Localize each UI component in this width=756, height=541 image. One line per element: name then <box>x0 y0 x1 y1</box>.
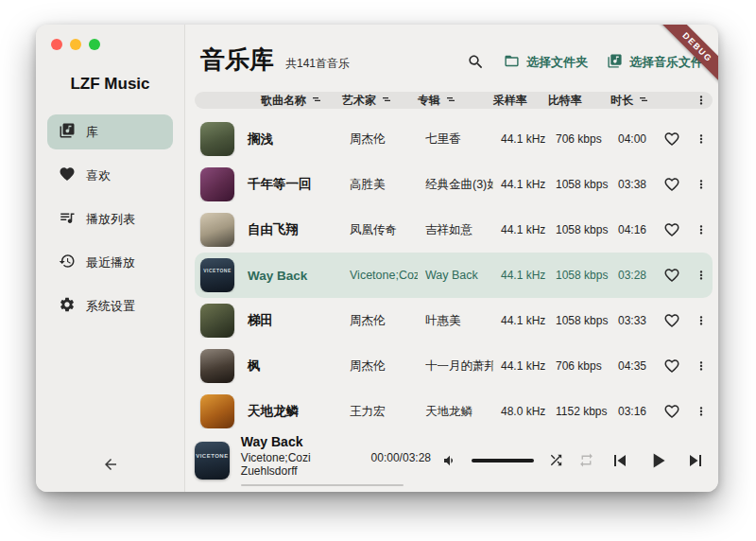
volume-slider[interactable] <box>472 459 534 462</box>
zoom-window-button[interactable] <box>89 39 100 50</box>
column-bitrate[interactable]: 比特率 <box>548 93 610 109</box>
row-more-button[interactable] <box>690 269 713 282</box>
song-bitrate: 706 kbps <box>548 359 610 373</box>
sidebar-item-favorites[interactable]: 喜欢 <box>47 158 173 193</box>
sort-icon <box>445 94 456 108</box>
player-time: 00:00/03:28 <box>371 451 431 478</box>
column-sample-rate[interactable]: 采样率 <box>493 93 548 109</box>
previous-track-button[interactable] <box>609 449 631 472</box>
song-duration: 03:28 <box>610 269 654 282</box>
album-art <box>200 213 234 247</box>
choose-music-label: 选择音乐文件 <box>629 54 703 71</box>
song-bitrate: 1058 kbps <box>548 223 610 236</box>
page-title: 音乐库 <box>200 44 274 77</box>
song-bitrate: 706 kbps <box>548 132 610 146</box>
shuffle-button[interactable] <box>548 452 564 468</box>
table-row[interactable]: 枫 周杰伦 十一月的萧邦 44.1 kHz 706 kbps 04:35 <box>195 343 713 389</box>
sidebar-item-playlists[interactable]: 播放列表 <box>47 201 173 236</box>
song-album: 天地龙鳞 <box>418 404 493 420</box>
sidebar-nav: 库 喜欢 播放列表 最近播放 <box>36 114 184 323</box>
album-art <box>200 394 234 428</box>
player-album-art: VICETONE <box>195 442 230 480</box>
song-bitrate: 1152 kbps <box>548 405 610 418</box>
row-more-button[interactable] <box>690 359 713 373</box>
close-window-button[interactable] <box>51 39 62 50</box>
choose-music-files-button[interactable]: 选择音乐文件 <box>607 53 703 72</box>
sidebar-item-label: 最近播放 <box>86 254 135 271</box>
album-art <box>200 122 234 156</box>
history-icon <box>59 253 76 272</box>
library-icon <box>59 122 76 142</box>
favorite-button[interactable] <box>654 221 690 238</box>
song-album: 七里香 <box>418 131 493 148</box>
player-artist: Vicetone;Cozi Zuehlsdorff <box>241 451 354 478</box>
row-more-button[interactable] <box>690 178 713 191</box>
sidebar-item-settings[interactable]: 系统设置 <box>47 288 173 323</box>
play-button[interactable] <box>645 448 670 473</box>
volume-icon[interactable] <box>442 453 457 468</box>
song-artist: 王力宏 <box>342 404 418 420</box>
song-sample-rate: 44.1 kHz <box>493 314 548 327</box>
settings-icon <box>59 296 76 316</box>
song-list: 搁浅 周杰伦 七里香 44.1 kHz 706 kbps 04:00 千年等一回… <box>185 109 718 434</box>
album-art: VICETONE <box>200 258 234 292</box>
next-track-button[interactable] <box>684 449 707 472</box>
app-window: LZF Music 库 喜欢 播放列表 <box>36 25 718 492</box>
song-count: 共141首音乐 <box>285 56 350 72</box>
song-duration: 03:16 <box>610 405 654 418</box>
search-button[interactable] <box>467 53 485 71</box>
row-more-button[interactable] <box>690 314 713 327</box>
sidebar-item-recent[interactable]: 最近播放 <box>47 245 173 280</box>
repeat-button[interactable] <box>578 452 594 468</box>
favorite-button[interactable] <box>654 131 690 148</box>
table-row-selected[interactable]: VICETONE Way Back Vicetone;Cozi Zu... Wa… <box>195 253 713 298</box>
heart-icon <box>59 166 76 185</box>
album-art <box>200 349 234 383</box>
table-options-button[interactable] <box>690 94 713 107</box>
song-duration: 03:33 <box>610 314 654 327</box>
song-title: 天地龙鳞 <box>240 403 342 420</box>
table-row[interactable]: 梯田 周杰伦 叶惠美 44.1 kHz 1058 kbps 03:33 <box>195 298 713 343</box>
column-album[interactable]: 专辑 <box>418 93 493 109</box>
favorite-button[interactable] <box>654 312 690 329</box>
song-bitrate: 1058 kbps <box>548 178 610 191</box>
player-bar: VICETONE Way Back Vicetone;Cozi Zuehlsdo… <box>185 434 718 492</box>
back-arrow-icon <box>102 456 119 477</box>
song-title: 梯田 <box>240 312 342 329</box>
favorite-button[interactable] <box>654 176 690 193</box>
song-album: 吉祥如意 <box>418 222 493 238</box>
song-bitrate: 1058 kbps <box>548 314 610 327</box>
favorite-button[interactable] <box>654 267 690 284</box>
sidebar-item-label: 库 <box>86 124 98 141</box>
song-album: 十一月的萧邦 <box>418 358 493 375</box>
song-artist: 高胜美 <box>342 177 418 193</box>
song-title: 千年等一回 <box>240 176 342 193</box>
row-more-button[interactable] <box>690 132 713 146</box>
favorite-button[interactable] <box>654 358 690 375</box>
song-sample-rate: 44.1 kHz <box>493 223 548 236</box>
minimize-window-button[interactable] <box>70 39 81 50</box>
sidebar: LZF Music 库 喜欢 播放列表 <box>36 25 185 492</box>
sidebar-item-library[interactable]: 库 <box>47 114 173 149</box>
song-artist: 凤凰传奇 <box>342 222 418 238</box>
choose-folder-label: 选择文件夹 <box>526 54 588 71</box>
favorite-button[interactable] <box>654 403 690 420</box>
column-title[interactable]: 歌曲名称 <box>195 93 342 109</box>
row-more-button[interactable] <box>690 405 713 418</box>
row-more-button[interactable] <box>690 223 713 236</box>
column-artist[interactable]: 艺术家 <box>342 93 418 109</box>
choose-folder-button[interactable]: 选择文件夹 <box>504 53 588 72</box>
collapse-sidebar-button[interactable] <box>36 456 184 477</box>
progress-bar[interactable] <box>241 484 404 486</box>
song-duration: 04:35 <box>610 359 654 373</box>
table-row[interactable]: 自由飞翔 凤凰传奇 吉祥如意 44.1 kHz 1058 kbps 04:16 <box>195 207 713 253</box>
table-row[interactable]: 搁浅 周杰伦 七里香 44.1 kHz 706 kbps 04:00 <box>195 116 713 162</box>
song-title: 枫 <box>240 358 342 375</box>
song-album: Way Back <box>418 269 493 282</box>
sidebar-item-label: 喜欢 <box>86 167 111 184</box>
table-row[interactable]: 千年等一回 高胜美 经典金曲(3)如果... 44.1 kHz 1058 kbp… <box>195 162 713 207</box>
column-duration[interactable]: 时长 <box>610 93 654 109</box>
sidebar-item-label: 播放列表 <box>86 211 135 228</box>
song-artist: 周杰伦 <box>342 313 418 329</box>
table-row[interactable]: 天地龙鳞 王力宏 天地龙鳞 48.0 kHz 1152 kbps 03:16 <box>195 389 713 434</box>
